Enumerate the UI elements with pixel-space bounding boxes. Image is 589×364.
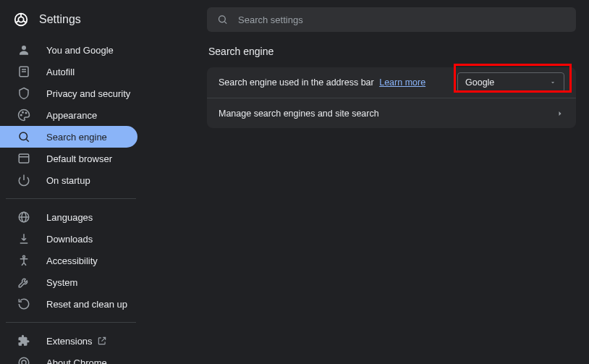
svg-point-12: [22, 112, 24, 114]
sidebar-item-accessibility[interactable]: Accessibility: [0, 250, 178, 271]
accessibility-icon: [17, 254, 30, 267]
sidebar-item-you-and-google[interactable]: You and Google: [0, 39, 178, 61]
page-title: Settings: [39, 13, 81, 26]
wrench-icon: [17, 276, 30, 289]
main-content: Search engine Search engine used in the …: [207, 46, 576, 128]
search-icon: [17, 130, 30, 143]
sidebar-item-languages[interactable]: Languages: [0, 206, 178, 228]
sidebar-item-about-chrome[interactable]: About Chrome: [0, 352, 178, 364]
sidebar-item-label: Privacy and security: [46, 88, 130, 99]
chevron-right-icon: [556, 109, 564, 118]
svg-point-23: [23, 255, 25, 258]
autofill-icon: [17, 65, 30, 78]
palette-icon: [17, 109, 30, 122]
divider: [6, 198, 136, 199]
svg-point-14: [20, 132, 27, 140]
divider: [6, 322, 136, 323]
svg-point-1: [18, 17, 23, 22]
sidebar-item-search-engine[interactable]: Search engine: [0, 126, 137, 148]
sidebar-item-reset[interactable]: Reset and clean up: [0, 293, 178, 315]
svg-point-7: [22, 46, 26, 50]
svg-point-5: [219, 16, 226, 22]
section-title: Search engine: [207, 46, 576, 57]
sidebar-item-label: Autofill: [46, 67, 75, 77]
chevron-down-icon: [549, 79, 556, 86]
reset-icon: [17, 297, 30, 310]
sidebar-item-label: System: [46, 277, 77, 288]
sidebar-item-privacy[interactable]: Privacy and security: [0, 82, 178, 104]
search-settings[interactable]: [207, 7, 576, 32]
row-label: Manage search engines and site search: [219, 109, 379, 119]
search-engine-card: Search engine used in the address bar Le…: [207, 67, 576, 128]
sidebar-item-label: Reset and clean up: [46, 299, 127, 310]
sidebar-item-label: Search engine: [46, 132, 107, 143]
sidebar-item-extensions[interactable]: Extensions: [0, 330, 178, 352]
sidebar-item-default-browser[interactable]: Default browser: [0, 148, 178, 169]
svg-rect-16: [19, 154, 29, 163]
sidebar-item-downloads[interactable]: Downloads: [0, 228, 178, 250]
sidebar-item-label: Default browser: [46, 153, 112, 164]
search-input[interactable]: [238, 14, 566, 25]
sidebar-item-label: Appearance: [46, 110, 97, 121]
svg-line-6: [224, 22, 226, 24]
row-address-bar-engine: Search engine used in the address bar Le…: [207, 67, 576, 98]
person-icon: [17, 43, 30, 56]
sidebar-item-label: You and Google: [46, 45, 114, 56]
search-icon: [217, 14, 228, 25]
svg-line-3: [16, 21, 19, 22]
row-label: Search engine used in the address bar Le…: [219, 77, 425, 88]
sidebar-item-label: Languages: [46, 212, 93, 223]
sidebar-item-autofill[interactable]: Autofill: [0, 61, 178, 82]
svg-point-13: [25, 112, 27, 114]
sidebar-item-label: Downloads: [46, 234, 93, 245]
sidebar-item-system[interactable]: System: [0, 271, 178, 293]
shield-icon: [17, 87, 30, 100]
row-manage-engines[interactable]: Manage search engines and site search: [207, 98, 576, 128]
search-engine-dropdown[interactable]: Google: [457, 72, 564, 93]
sidebar-item-label: Accessibility: [46, 255, 98, 266]
sidebar-item-on-startup[interactable]: On startup: [0, 169, 178, 191]
browser-icon: [17, 152, 30, 165]
sidebar-item-label: Extensions: [46, 336, 93, 347]
dropdown-value: Google: [465, 77, 494, 88]
svg-line-15: [26, 139, 28, 141]
sidebar-item-label: On startup: [46, 175, 90, 186]
download-icon: [17, 232, 30, 245]
power-icon: [17, 174, 30, 187]
learn-more-link[interactable]: Learn more: [379, 77, 425, 88]
external-link-icon: [97, 336, 107, 346]
globe-icon: [17, 211, 30, 224]
svg-point-25: [22, 360, 26, 364]
sidebar-item-appearance[interactable]: Appearance: [0, 104, 178, 126]
svg-point-11: [21, 114, 22, 116]
chrome-outline-icon: [17, 356, 30, 364]
chrome-icon: [13, 12, 29, 27]
sidebar-item-label: About Chrome: [46, 357, 107, 365]
svg-line-4: [23, 21, 26, 22]
extension-icon: [17, 334, 30, 347]
sidebar: You and Google Autofill Privacy and secu…: [0, 39, 178, 364]
